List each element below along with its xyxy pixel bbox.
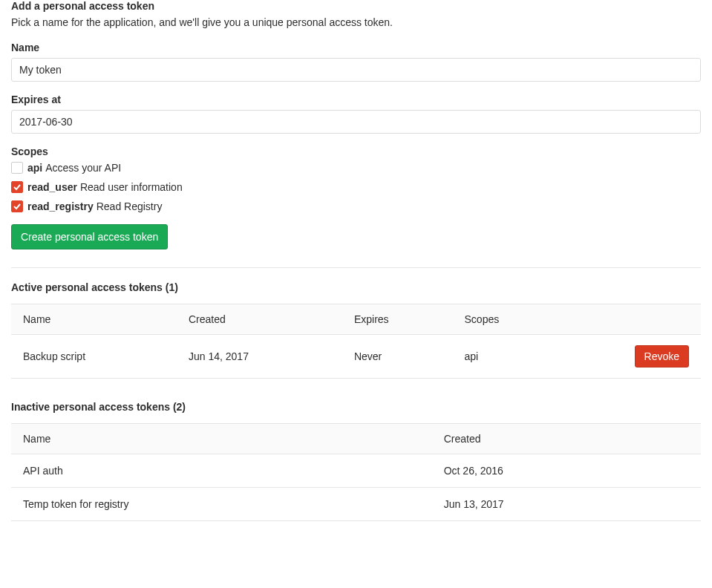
col-name: Name — [11, 304, 177, 335]
cell-action: Revoke — [618, 335, 701, 379]
check-icon — [13, 183, 21, 191]
scope-desc: Read user information — [80, 181, 183, 193]
cell-name: API auth — [11, 454, 432, 488]
scope-row-read_user: read_userRead user information — [11, 181, 701, 193]
cell-name: Temp token for registry — [11, 488, 432, 521]
table-row: Temp token for registryJun 13, 2017 — [11, 488, 701, 521]
expires-input[interactable] — [11, 110, 701, 134]
scope-label: read_user — [27, 181, 77, 193]
cell-created: Jun 14, 2017 — [177, 335, 342, 379]
col-scopes: Scopes — [453, 304, 618, 335]
scope-checkbox-api[interactable] — [11, 162, 23, 174]
inactive-tokens-title: Inactive personal access tokens (2) — [11, 401, 701, 413]
scope-label: api — [27, 162, 42, 174]
divider — [11, 267, 701, 268]
name-input[interactable] — [11, 58, 701, 82]
check-icon — [13, 203, 21, 210]
scope-row-read_registry: read_registryRead Registry — [11, 200, 701, 212]
cell-expires: Never — [342, 335, 453, 379]
cell-name: Backup script — [11, 335, 177, 379]
active-tokens-table: Name Created Expires Scopes Backup scrip… — [11, 304, 701, 379]
table-row: Backup scriptJun 14, 2017NeverapiRevoke — [11, 335, 701, 379]
active-tokens-title: Active personal access tokens (1) — [11, 281, 701, 293]
scope-checkbox-read_registry[interactable] — [11, 200, 23, 212]
table-row: API authOct 26, 2016 — [11, 454, 701, 488]
cell-created: Oct 26, 2016 — [432, 454, 701, 488]
revoke-button[interactable]: Revoke — [635, 345, 689, 368]
cell-scopes: api — [453, 335, 618, 379]
scope-row-api: apiAccess your API — [11, 162, 701, 174]
expires-label: Expires at — [11, 94, 701, 105]
col-created: Created — [432, 424, 701, 454]
col-created: Created — [177, 304, 342, 335]
scope-desc: Access your API — [45, 162, 121, 174]
add-token-desc: Pick a name for the application, and we'… — [11, 16, 701, 28]
scope-label: read_registry — [27, 200, 94, 212]
scope-checkbox-read_user[interactable] — [11, 181, 23, 193]
scope-desc: Read Registry — [97, 200, 163, 212]
col-name: Name — [11, 424, 432, 454]
name-label: Name — [11, 42, 701, 53]
create-token-button[interactable]: Create personal access token — [11, 224, 168, 249]
cell-created: Jun 13, 2017 — [432, 488, 701, 521]
add-token-title: Add a personal access token — [11, 0, 701, 12]
inactive-tokens-table: Name Created API authOct 26, 2016Temp to… — [11, 423, 701, 521]
col-expires: Expires — [342, 304, 453, 335]
scopes-label: Scopes — [11, 146, 701, 157]
